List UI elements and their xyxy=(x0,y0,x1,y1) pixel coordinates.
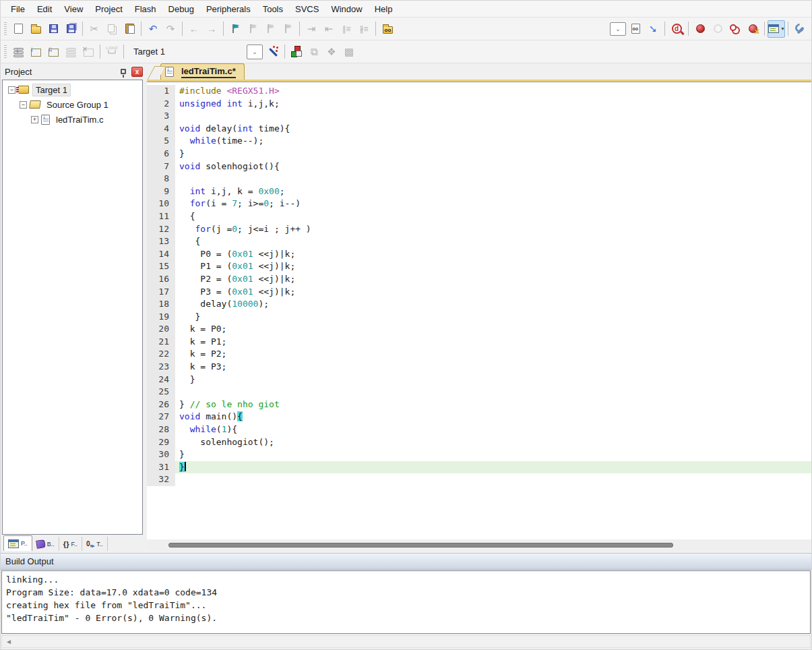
code-line-19[interactable]: 19 } xyxy=(147,311,811,324)
rebuild-button[interactable]: ↓↓ xyxy=(44,43,62,61)
editor-tab-ledtraitim[interactable]: ledTraiTim.c* xyxy=(160,63,245,80)
build-button[interactable]: ↓ xyxy=(27,43,44,61)
menu-window[interactable]: Window xyxy=(325,2,368,16)
show-windows-button[interactable]: ▾ xyxy=(768,20,785,38)
code-line-32[interactable]: 32 xyxy=(147,473,811,486)
clear-bookmarks-button[interactable] xyxy=(279,20,296,38)
panel-tab-f[interactable]: {}F.. xyxy=(59,537,82,551)
menu-edit[interactable]: Edit xyxy=(31,2,58,16)
panel-tab-b[interactable]: B.. xyxy=(32,537,59,551)
code-line-8[interactable]: 8 xyxy=(147,173,811,185)
functions-navigate-button[interactable]: ❖ xyxy=(323,43,340,61)
code-line-4[interactable]: 4void delay(int time){ xyxy=(147,123,811,136)
open-file-button[interactable] xyxy=(27,20,44,38)
code-line-9[interactable]: 9 int i,j, k = 0x00; xyxy=(147,185,811,198)
batch-build-button[interactable] xyxy=(62,43,80,61)
target-select[interactable]: Target 1⌄ xyxy=(128,44,263,60)
uncomment-button[interactable]: ∦≡ xyxy=(355,20,373,38)
copy-button[interactable] xyxy=(103,20,121,38)
comment-button[interactable]: ∥≡ xyxy=(338,20,355,38)
menu-svcs[interactable]: SVCS xyxy=(289,2,325,16)
next-bookmark-button[interactable] xyxy=(261,20,279,38)
undo-button[interactable]: ↶ xyxy=(144,20,162,38)
code-line-22[interactable]: 22 k = P2; xyxy=(147,348,811,361)
code-line-14[interactable]: 14 P0 = (0x01 <<j)|k; xyxy=(147,248,811,261)
translate-file-button[interactable]: ↓ xyxy=(9,43,27,61)
toggle-bookmark-button[interactable] xyxy=(226,20,244,38)
disable-breakpoint-button[interactable] xyxy=(709,20,726,38)
chevron-down-icon[interactable]: ⌄ xyxy=(247,45,263,59)
build-output-log[interactable]: linking...Program Size: data=17.0 xdata=… xyxy=(1,570,811,634)
prev-bookmark-button[interactable] xyxy=(244,20,261,38)
menu-file[interactable]: File xyxy=(5,2,31,16)
tree-item-source-group-1[interactable]: −Source Group 1 xyxy=(3,97,142,112)
menu-project[interactable]: Project xyxy=(89,2,128,16)
cut-button[interactable]: ✂ xyxy=(86,20,103,38)
pin-button[interactable] xyxy=(117,66,129,77)
panel-tab-p[interactable]: P.. xyxy=(3,535,32,551)
expand-icon[interactable]: + xyxy=(31,116,38,123)
paste-button[interactable] xyxy=(121,20,138,38)
workspace-button[interactable]: ▩ xyxy=(340,43,358,61)
file-extensions-button[interactable]: ⧉ xyxy=(305,43,323,61)
code-line-21[interactable]: 21 k = P1; xyxy=(147,336,811,349)
code-line-29[interactable]: 29 solenhogiot(); xyxy=(147,436,811,449)
stop-build-button[interactable]: × xyxy=(80,43,97,61)
menu-debug[interactable]: Debug xyxy=(162,2,200,16)
chevron-down-icon[interactable]: ▾ xyxy=(781,26,784,32)
find-in-files-button[interactable] xyxy=(379,20,396,38)
code-line-5[interactable]: 5 while(time--); xyxy=(147,135,811,148)
indent-button[interactable]: ⇥ xyxy=(303,20,320,38)
code-line-24[interactable]: 24 } xyxy=(147,374,811,386)
code-line-17[interactable]: 17 P3 = (0x01 <<j)|k; xyxy=(147,286,811,299)
code-line-15[interactable]: 15 P1 = (0x01 <<j)|k; xyxy=(147,260,811,273)
code-line-11[interactable]: 11 { xyxy=(147,210,811,223)
tree-item-target-1[interactable]: −Target 1 xyxy=(3,82,142,97)
code-line-3[interactable]: 3 xyxy=(147,110,811,123)
disable-all-breakpoints-button[interactable] xyxy=(726,20,744,38)
code-line-31[interactable]: 31} xyxy=(147,461,811,474)
collapse-icon[interactable]: − xyxy=(20,101,27,109)
code-line-20[interactable]: 20 k = P0; xyxy=(147,323,811,336)
code-line-23[interactable]: 23 k = P3; xyxy=(147,361,811,374)
scrollbar-thumb[interactable] xyxy=(168,543,673,548)
kill-all-breakpoints-button[interactable] xyxy=(744,20,761,38)
toolbar-grip[interactable] xyxy=(4,22,7,36)
menu-help[interactable]: Help xyxy=(369,2,399,16)
panel-tab-t[interactable]: 0,T.. xyxy=(82,537,108,551)
find-dropdown[interactable]: ⌄ xyxy=(609,20,627,38)
incremental-find-button[interactable]: ➘ xyxy=(644,20,662,38)
menu-view[interactable]: View xyxy=(58,2,89,16)
build-output-scrollbar[interactable]: ◄ xyxy=(1,635,811,648)
manage-components-button[interactable] xyxy=(288,43,305,61)
menu-peripherals[interactable]: Peripherals xyxy=(200,2,257,16)
start-stop-debug-button[interactable]: d xyxy=(668,20,685,38)
build-output-header[interactable]: Build Output xyxy=(1,553,811,570)
code-line-30[interactable]: 30} xyxy=(147,448,811,461)
configure-tools-button[interactable] xyxy=(791,20,809,38)
code-line-25[interactable]: 25 xyxy=(147,386,811,398)
close-panel-button[interactable]: x xyxy=(131,67,143,77)
code-line-28[interactable]: 28 while(1){ xyxy=(147,423,811,436)
code-line-13[interactable]: 13 { xyxy=(147,235,811,248)
code-line-2[interactable]: 2unsigned int i,j,k; xyxy=(147,98,811,111)
code-line-1[interactable]: 1#include <REGX51.H> xyxy=(147,85,811,98)
code-line-18[interactable]: 18 delay(10000); xyxy=(147,298,811,311)
toolbar-grip[interactable] xyxy=(4,45,7,59)
code-line-16[interactable]: 16 P2 = (0x01 <<j)|k; xyxy=(147,273,811,286)
navigate-back-button[interactable]: ← xyxy=(185,20,203,38)
options-for-target-button[interactable] xyxy=(264,43,282,61)
menu-tools[interactable]: Tools xyxy=(257,2,289,16)
code-line-7[interactable]: 7void solenhogiot(){ xyxy=(147,160,811,173)
save-all-button[interactable] xyxy=(62,20,80,38)
code-line-10[interactable]: 10 for(i = 7; i>=0; i--) xyxy=(147,198,811,210)
navigate-forward-button[interactable]: → xyxy=(203,20,220,38)
download-button[interactable]: LOAD xyxy=(103,43,121,61)
scroll-left-arrow-icon[interactable]: ◄ xyxy=(5,638,12,645)
new-file-button[interactable] xyxy=(9,20,27,38)
collapse-icon[interactable]: − xyxy=(8,86,15,94)
find-in-files-doc-button[interactable] xyxy=(627,20,644,38)
unindent-button[interactable]: ⇤ xyxy=(320,20,338,38)
code-editor[interactable]: 1#include <REGX51.H>2unsigned int i,j,k;… xyxy=(147,82,811,539)
tree-item-ledtraitim-c[interactable]: +ledTraiTim.c xyxy=(3,112,142,127)
